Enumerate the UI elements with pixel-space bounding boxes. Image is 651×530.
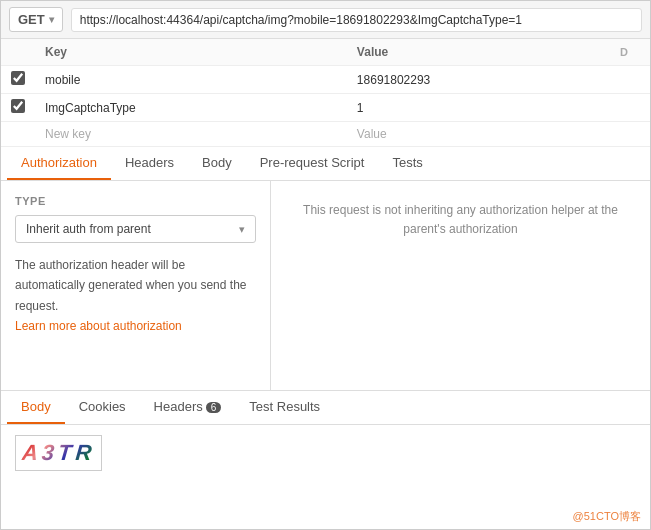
captcha-text: A3TR: [21, 440, 97, 466]
tab-body[interactable]: Body: [188, 147, 246, 180]
new-desc: [610, 122, 650, 147]
auth-right-text: This request is not inheriting any autho…: [303, 203, 618, 236]
tabs-row: AuthorizationHeadersBodyPre-request Scri…: [1, 147, 650, 181]
new-key-input-cell: New key: [35, 122, 347, 147]
captcha-image: A3TR: [15, 435, 102, 471]
method-label: GET: [18, 12, 45, 27]
url-input[interactable]: [71, 8, 642, 32]
row-desc: [610, 66, 650, 94]
tab-badge: 6: [206, 402, 222, 413]
col-checkbox: [1, 39, 35, 66]
tab-tests[interactable]: Tests: [378, 147, 436, 180]
row-desc: [610, 94, 650, 122]
type-select[interactable]: Inherit auth from parent ▾: [15, 215, 256, 243]
col-desc: D: [610, 39, 650, 66]
tab-authorization[interactable]: Authorization: [7, 147, 111, 180]
url-bar: GET ▾: [1, 1, 650, 39]
method-chevron: ▾: [49, 14, 54, 25]
auth-description: The authorization header will be automat…: [15, 255, 256, 337]
auth-panel: TYPE Inherit auth from parent ▾ The auth…: [1, 181, 650, 391]
tab-headers[interactable]: Headers: [111, 147, 188, 180]
auth-right: This request is not inheriting any autho…: [271, 181, 650, 390]
learn-more-link[interactable]: Learn more about authorization: [15, 319, 182, 333]
bottom-tab-headers[interactable]: Headers6: [140, 391, 236, 424]
watermark: @51CTO博客: [573, 509, 641, 524]
bottom-tab-test-results[interactable]: Test Results: [235, 391, 334, 424]
row-key: ImgCaptchaType: [35, 94, 347, 122]
bottom-tab-body[interactable]: Body: [7, 391, 65, 424]
row-key: mobile: [35, 66, 347, 94]
row-value: 18691802293: [347, 66, 610, 94]
method-button[interactable]: GET ▾: [9, 7, 63, 32]
row-checkbox[interactable]: [11, 99, 25, 113]
body-preview: A3TR: [1, 425, 650, 485]
auth-desc-text: The authorization header will be automat…: [15, 258, 247, 313]
auth-left: TYPE Inherit auth from parent ▾ The auth…: [1, 181, 271, 390]
row-checkbox[interactable]: [11, 71, 25, 85]
bottom-tab-cookies[interactable]: Cookies: [65, 391, 140, 424]
new-key-row: New key Value: [1, 122, 650, 147]
bottom-tabs-row: BodyCookiesHeaders6Test Results: [1, 391, 650, 425]
row-value: 1: [347, 94, 610, 122]
col-key: Key: [35, 39, 347, 66]
col-value: Value: [347, 39, 610, 66]
new-value-input-cell: Value: [347, 122, 610, 147]
params-table: Key Value D mobile 18691802293 ImgCaptch…: [1, 39, 650, 147]
table-row: ImgCaptchaType 1: [1, 94, 650, 122]
chevron-down-icon: ▾: [239, 223, 245, 236]
type-select-value: Inherit auth from parent: [26, 222, 151, 236]
table-row: mobile 18691802293: [1, 66, 650, 94]
type-label: TYPE: [15, 195, 256, 207]
tab-pre-request-script[interactable]: Pre-request Script: [246, 147, 379, 180]
